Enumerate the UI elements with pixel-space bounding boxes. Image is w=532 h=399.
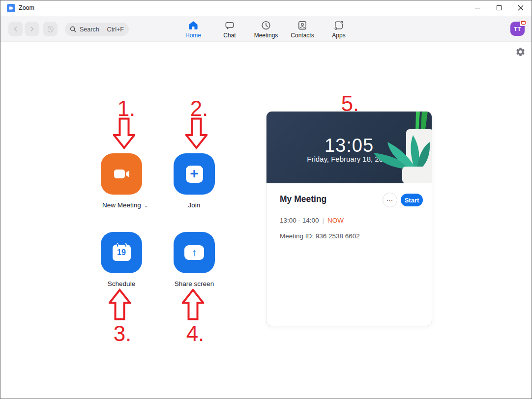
contacts-icon [297,20,308,31]
meetings-icon [261,20,272,31]
search-placeholder: Search [80,26,99,33]
settings-gear-icon[interactable] [515,47,526,57]
annotation-arrow-up-3 [109,288,131,320]
schedule-label: Schedule [80,280,163,287]
tab-contacts[interactable]: Contacts [289,18,317,41]
status-badge: NOW [327,217,344,224]
minimize-button[interactable] [467,0,488,15]
video-camera-icon [111,163,132,185]
tab-chat[interactable]: Chat [216,18,244,41]
history-button[interactable] [43,22,58,36]
tab-apps[interactable]: Apps [325,18,353,41]
apps-icon [333,20,345,31]
annotation-arrow-up-4 [182,288,204,320]
close-button[interactable] [510,0,532,15]
meeting-id: Meeting ID: 936 2538 6602 [280,232,360,240]
tab-chat-label: Chat [223,32,236,39]
annotation-arrow-down-1 [113,117,135,149]
join-button[interactable]: + [174,153,215,195]
title-bar: Zoom [0,0,532,16]
avatar-initials: TT [514,26,521,32]
zoom-app-window: Zoom Search Ctrl+F [0,0,532,399]
ellipsis-icon: … [386,195,394,202]
plant-illustration [367,112,432,183]
tab-meetings[interactable]: Meetings [252,18,280,41]
annotation-number-2: 2. [178,98,220,119]
tab-meetings-label: Meetings [254,32,278,39]
tab-apps-label: Apps [332,32,345,39]
meeting-title: My Meeting [280,194,326,204]
search-input[interactable]: Search Ctrl+F [65,23,129,36]
plus-icon: + [186,166,203,183]
calendar-badge-icon [520,19,527,26]
forward-button[interactable] [25,22,39,36]
arrow-up-icon: ↑ [184,245,204,260]
window-title: Zoom [19,4,34,11]
separator: | [323,217,325,224]
tab-home[interactable]: Home [179,18,207,41]
meeting-time-range: 13:00 - 14:00 [280,217,319,224]
share-screen-label: Share screen [152,280,236,287]
meeting-card: 13:05 Friday, February 18, 2022 My Meeti… [266,111,432,326]
main-tabs: Home Chat Meetings [179,18,353,41]
share-screen-button[interactable]: ↑ [174,232,215,273]
maximize-button[interactable] [488,0,510,15]
new-meeting-button[interactable] [101,153,142,195]
zoom-logo-icon [7,4,15,12]
annotation-number-5: 5. [329,93,371,114]
toolbar: Search Ctrl+F Home Chat Me [0,16,532,42]
back-button[interactable] [8,22,23,36]
annotation-number-4: 4. [175,323,216,344]
tab-contacts-label: Contacts [291,32,314,39]
search-icon [70,26,76,32]
calendar-day: 19 [117,248,126,257]
chevron-down-icon[interactable]: ⌄ [144,202,148,208]
more-options-button[interactable]: … [383,193,397,207]
meeting-time-row: 13:00 - 14:00|NOW [280,217,344,224]
calendar-icon: 19 [113,245,131,261]
home-icon [188,20,199,31]
join-label: Join [152,201,236,209]
annotation-arrow-down-2 [185,117,207,149]
schedule-button[interactable]: 19 [101,232,142,273]
meeting-card-header: 13:05 Friday, February 18, 2022 [266,112,432,183]
chat-icon [224,20,236,31]
annotation-number-1: 1. [106,98,147,119]
avatar[interactable]: TT [510,22,525,36]
tab-home-label: Home [185,32,201,39]
annotation-number-3: 3. [102,323,143,344]
start-button[interactable]: Start [401,194,423,206]
search-shortcut: Ctrl+F [107,26,124,33]
